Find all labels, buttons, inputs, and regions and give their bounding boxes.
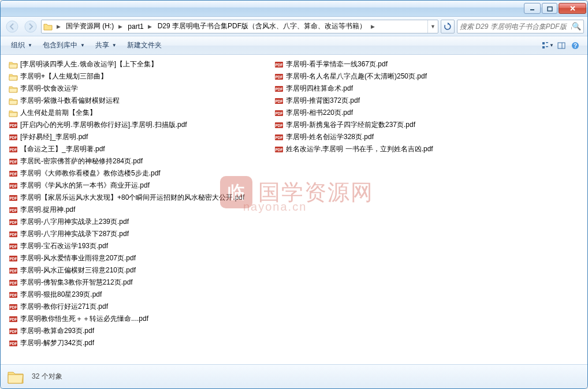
svg-text:PDF: PDF [276,111,283,115]
file-item[interactable]: PDF李居明-姓名创运学328页.pdf [273,131,434,143]
pdf-icon: PDF [274,109,284,118]
svg-text:PDF: PDF [10,196,17,200]
share-menu[interactable]: 共享▼ [91,38,121,53]
file-item[interactable]: PDF李居明《学风水的第一本书》商业开运.pdf [8,179,262,192]
back-button[interactable] [4,19,20,34]
preview-pane-button[interactable] [555,39,568,52]
svg-text:PDF: PDF [10,220,17,225]
view-options-button[interactable]: ▼ [541,39,554,52]
file-item[interactable]: PDF李居明教你悟生死＋＋转运必先懂命....pdf [8,313,262,325]
svg-text:PDF: PDF [10,269,17,273]
file-item[interactable]: PDF李居明-八字用神实战录上239页.pdf [8,216,262,228]
pdf-icon: PDF [274,96,284,106]
pdf-icon: PDF [9,290,18,300]
explorer-window: ▶ 国学资源网 (H:) ▶ part1 ▶ D29 李居明电子书合集PDF版（… [0,0,588,389]
file-item[interactable]: PDF李居明《大师教你看楼盘》教你选楼5步走.pdf [8,167,262,179]
file-item[interactable]: PDF李居明-风水正偏横财三得意210页.pdf [8,264,262,276]
file-item[interactable]: PDF李居民-密宗佛菩萨的神秘修持284页.pdf [8,155,262,167]
svg-rect-9 [546,46,548,47]
file-name: 人生何处是前期【全集】 [20,108,96,118]
file-item[interactable]: PDF李居明四柱算命术.pdf [273,83,434,95]
file-name: 李居明《大师教你看楼盘》教你选楼5步走.pdf [20,169,161,178]
search-icon[interactable]: 🔍 [572,22,581,31]
svg-text:PDF: PDF [10,233,17,237]
file-name: 李居明《学风水的第一本书》商业开运.pdf [20,181,150,190]
pdf-icon: PDF [9,327,18,336]
status-count: 32 个对象 [32,372,62,381]
svg-text:PDF: PDF [276,99,283,103]
svg-rect-8 [542,46,545,48]
file-name: [学好易经]_李居明.pdf [20,132,88,142]
folder-icon [9,72,18,81]
file-item[interactable]: PDF[学好易经]_李居明.pdf [8,131,262,143]
chevron-down-icon: ▼ [549,43,554,48]
file-name: 李居明-教你行好运271页.pdf [20,302,108,312]
pdf-icon: PDF [9,218,18,227]
pdf-icon: PDF [274,145,284,154]
chevron-right-icon[interactable]: ▶ [146,20,154,33]
pdf-icon: PDF [9,169,18,178]
file-item[interactable]: PDF李居明-看手掌情牵一线367页.pdf [273,58,434,70]
file-item[interactable]: PDF李居明-佛智集3教你开智慧212页.pdf [8,276,262,289]
address-bar[interactable]: ▶ 国学资源网 (H:) ▶ part1 ▶ D29 李居明电子书合集PDF版（… [41,20,438,33]
file-item[interactable]: PDF李居明-相书220页.pdf [273,107,434,119]
breadcrumb-item[interactable]: 国学资源网 (H:) [62,20,116,33]
folder-item[interactable]: 李居明+【人生规划三部曲】 [8,70,262,83]
pdf-icon: PDF [274,72,284,81]
organize-menu[interactable]: 组织▼ [6,38,37,53]
help-button[interactable]: ? [569,39,582,52]
file-item[interactable]: PDF【命运之王】_李居明著.pdf [8,143,262,155]
file-item[interactable]: PDF李居明-新携鬼谷子四字经前定数237页.pdf [273,119,434,131]
breadcrumb-item[interactable]: D29 李居明电子书合集PDF版（含风水、八字、算命、改运等书籍） [154,20,369,33]
include-menu[interactable]: 包含到库中▼ [38,38,90,53]
file-item[interactable]: PDF李居明.捉用神.pdf [8,204,262,216]
file-name: 李居明【家居乐运风水大发现】+80个瞬间开运招财的风水秘密大公开.pdf [20,193,244,203]
folder-item[interactable]: 李居明-紫微斗数看偏财横财运程 [8,95,262,107]
folder-item[interactable]: [李居明谈四季人生.饿命改运学]【上下全集】 [8,58,262,70]
pdf-icon: PDF [9,133,18,142]
file-item[interactable]: PDF李居明-解梦刀342页.pdf [8,337,262,349]
svg-text:PDF: PDF [10,160,17,164]
file-item[interactable]: PDF李居明-风水爱情事业雨得意207页.pdf [8,252,262,264]
file-item[interactable]: PDF李居明-八字用神实战录下287页.pdf [8,228,262,240]
folder-icon [9,96,18,106]
pdf-icon: PDF [9,181,18,190]
file-item[interactable]: PDF李居明-教算命293页.pdf [8,325,262,337]
file-item[interactable]: PDF[开启内心的光明.李居明教你行好运].李居明.扫描版.pdf [8,119,262,131]
file-name: 姓名改运学.李居明 一书在手，立判姓名吉凶.pdf [286,144,433,154]
file-item[interactable]: PDF李居明【家居乐运风水大发现】+80个瞬间开运招财的风水秘密大公开.pdf [8,192,262,204]
chevron-right-icon[interactable]: ▶ [116,20,124,33]
file-item[interactable]: PDF李居明-狠批80星239页.pdf [8,289,262,301]
pdf-icon: PDF [9,193,18,203]
file-name: 李居明-推背图372页.pdf [286,96,360,106]
file-item[interactable]: PDF李居明-教你行好运271页.pdf [8,301,262,313]
svg-text:PDF: PDF [10,124,17,128]
svg-text:PDF: PDF [276,63,283,67]
new-folder-button[interactable]: 新建文件夹 [122,38,166,53]
pdf-icon: PDF [274,84,284,93]
folder-item[interactable]: 人生何处是前期【全集】 [8,107,262,119]
folder-icon [42,22,54,31]
file-item[interactable]: PDF李居明-宝石改运学193页.pdf [8,240,262,252]
search-input[interactable] [460,23,572,31]
chevron-right-icon[interactable]: ▶ [54,20,62,33]
close-button[interactable] [559,3,586,14]
folder-icon [6,368,25,386]
search-box[interactable]: 🔍 [457,20,584,33]
file-name: [李居明谈四季人生.饿命改运学]【上下全集】 [20,59,158,69]
file-item[interactable]: PDF姓名改运学.李居明 一书在手，立判姓名吉凶.pdf [273,143,434,155]
chevron-right-icon[interactable]: ▶ [369,20,377,33]
file-item[interactable]: PDF李居明-推背图372页.pdf [273,95,434,107]
maximize-button[interactable] [542,3,557,14]
file-name: 李居明-八字用神实战录上239页.pdf [20,217,129,227]
file-name: 李居明-佛智集3教你开智慧212页.pdf [20,278,133,287]
file-name: 李居明-宝石改运学193页.pdf [20,241,108,251]
minimize-button[interactable] [524,3,541,14]
file-item[interactable]: PDF李居明-名人名星八字点趣(不太清晰)250页.pdf [273,70,434,83]
refresh-button[interactable] [441,20,455,33]
breadcrumb-item[interactable]: part1 [124,20,146,33]
forward-button[interactable] [23,19,39,34]
address-dropdown[interactable]: ▼ [427,20,438,33]
folder-item[interactable]: 李居明-饮食改运学 [8,83,262,95]
svg-text:PDF: PDF [10,172,17,176]
